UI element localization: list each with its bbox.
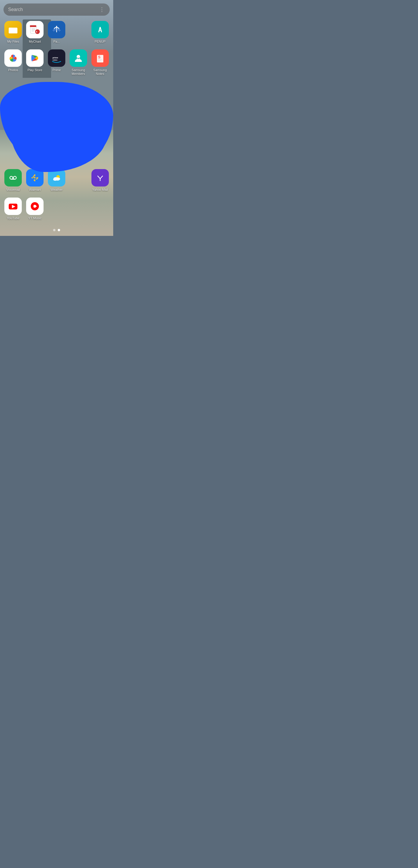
home-screen: ⋮ My Files + — [0, 0, 113, 236]
samsung-notes-icon: S — [91, 50, 109, 67]
voicemail-icon — [4, 169, 22, 186]
app-row-1: My Files + MyChart — [3, 21, 110, 43]
app-samsung-members[interactable]: SamsungMembers — [68, 50, 88, 76]
app-mychart[interactable]: + MyChart — [25, 21, 45, 43]
ytmusic-label: YT Music — [28, 216, 41, 220]
svg-rect-28 — [31, 177, 33, 178]
app-weather[interactable]: Weather — [47, 169, 66, 192]
svg-text:video: video — [53, 59, 58, 61]
mychart-icon: + — [26, 21, 43, 38]
youtube-icon — [4, 197, 22, 215]
search-bar[interactable]: ⋮ — [3, 3, 110, 16]
blue-paint-area — [3, 82, 110, 166]
playstore-label: Play Store — [28, 68, 42, 72]
app-paramount[interactable]: Pa... — [47, 21, 66, 43]
paramount-label: Pa... — [54, 40, 60, 43]
youtube-label: YouTube — [7, 216, 20, 220]
app-myfiles[interactable]: My Files — [3, 21, 23, 43]
yahoo-mail-label: Yahoo Mail — [92, 188, 108, 192]
penup-icon — [91, 21, 109, 38]
svg-rect-39 — [95, 172, 106, 183]
svg-point-8 — [56, 26, 57, 27]
app-row-bottom: Voicemail — [3, 169, 110, 192]
app-ytmusic[interactable]: YT Music — [25, 197, 45, 220]
app-walmart[interactable]: Walmart — [25, 169, 45, 192]
myfiles-label: My Files — [7, 40, 19, 43]
paramount-icon — [48, 21, 65, 38]
prime-label: Prime — [53, 68, 61, 72]
svg-rect-9 — [95, 24, 106, 35]
mychart-label: MyChart — [29, 40, 41, 43]
app-row-last: YouTube YT Music — [3, 197, 110, 220]
app-prime[interactable]: prime video Prime — [47, 50, 66, 76]
page-dot-1[interactable] — [53, 229, 56, 231]
voicemail-label: Voicemail — [6, 188, 20, 192]
yahoo-mail-icon — [91, 169, 109, 186]
app-samsung-notes[interactable]: S SamsungNotes — [90, 50, 110, 76]
samsung-members-label: SamsungMembers — [72, 68, 85, 76]
samsung-notes-label: SamsungNotes — [93, 68, 106, 76]
page-dot-2[interactable] — [58, 229, 60, 231]
myfiles-icon — [4, 21, 22, 38]
svg-rect-5 — [30, 25, 36, 27]
svg-rect-1 — [9, 28, 18, 33]
page-indicator — [3, 226, 110, 236]
ytmusic-icon — [26, 197, 43, 215]
walmart-label: Walmart — [29, 188, 41, 192]
app-row-2: Photos Play Store prime — [3, 50, 110, 76]
app-penup[interactable]: PENUP — [90, 21, 110, 43]
app-youtube[interactable]: YouTube — [3, 197, 23, 220]
more-options-icon[interactable]: ⋮ — [99, 6, 105, 13]
photos-label: Photos — [8, 68, 18, 72]
svg-text:+: + — [36, 30, 37, 33]
app-yahoo-mail[interactable]: Yahoo Mail — [90, 169, 110, 192]
app-photos[interactable]: Photos — [3, 50, 23, 76]
svg-text:prime: prime — [53, 57, 58, 59]
prime-icon: prime video — [48, 50, 65, 67]
samsung-members-icon — [70, 50, 87, 67]
penup-label: PENUP — [95, 40, 106, 43]
app-playstore[interactable]: Play Store — [25, 50, 45, 76]
search-input[interactable] — [8, 7, 99, 12]
app-voicemail[interactable]: Voicemail — [3, 169, 23, 192]
photos-icon — [4, 50, 22, 67]
weather-label: Weather — [51, 188, 62, 192]
playstore-icon — [26, 50, 43, 67]
svg-text:S: S — [98, 55, 100, 59]
svg-point-38 — [53, 178, 57, 181]
